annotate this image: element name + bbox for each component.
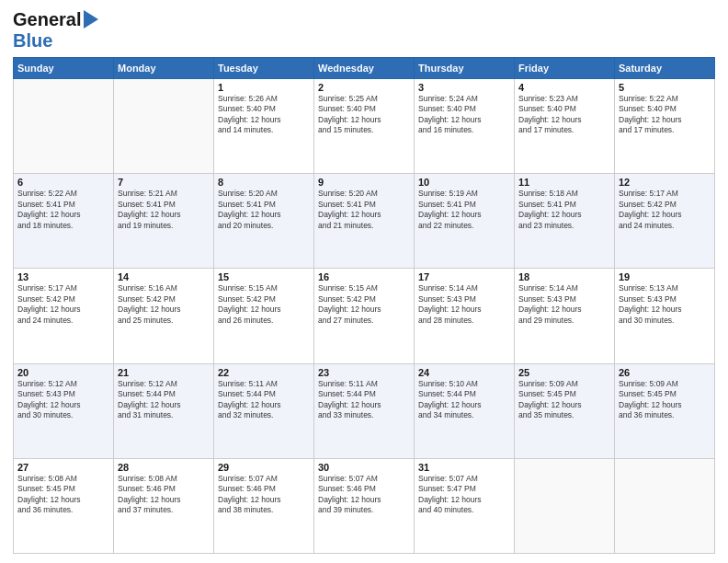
column-header-wednesday: Wednesday — [314, 58, 415, 79]
day-info: Sunrise: 5:14 AMSunset: 5:43 PMDaylight:… — [418, 283, 510, 326]
day-number: 11 — [518, 177, 610, 188]
calendar-cell: 7Sunrise: 5:21 AMSunset: 5:41 PMDaylight… — [114, 174, 214, 269]
day-number: 8 — [218, 177, 310, 188]
calendar-cell: 28Sunrise: 5:08 AMSunset: 5:46 PMDayligh… — [114, 458, 214, 553]
calendar-header-row: SundayMondayTuesdayWednesdayThursdayFrid… — [14, 58, 715, 79]
column-header-sunday: Sunday — [14, 58, 114, 79]
calendar-table: SundayMondayTuesdayWednesdayThursdayFrid… — [13, 57, 715, 554]
day-number: 13 — [17, 271, 109, 282]
calendar-cell — [615, 458, 715, 553]
calendar-cell: 25Sunrise: 5:09 AMSunset: 5:45 PMDayligh… — [515, 363, 615, 458]
day-info: Sunrise: 5:25 AMSunset: 5:40 PMDaylight:… — [318, 94, 410, 136]
calendar-cell: 5Sunrise: 5:22 AMSunset: 5:40 PMDaylight… — [615, 79, 715, 174]
day-number: 2 — [318, 82, 410, 93]
calendar-cell: 30Sunrise: 5:07 AMSunset: 5:46 PMDayligh… — [314, 458, 415, 553]
calendar-cell: 19Sunrise: 5:13 AMSunset: 5:43 PMDayligh… — [615, 269, 715, 363]
calendar-cell: 21Sunrise: 5:12 AMSunset: 5:44 PMDayligh… — [114, 363, 214, 458]
day-number: 20 — [17, 367, 109, 378]
day-number: 12 — [619, 177, 711, 188]
calendar-week-row: 13Sunrise: 5:17 AMSunset: 5:42 PMDayligh… — [14, 269, 715, 363]
day-number: 15 — [218, 271, 310, 282]
day-info: Sunrise: 5:20 AMSunset: 5:41 PMDaylight:… — [318, 189, 410, 231]
day-number: 23 — [318, 367, 410, 378]
day-number: 18 — [518, 271, 610, 282]
calendar-cell — [114, 79, 214, 174]
day-number: 24 — [418, 367, 510, 378]
day-info: Sunrise: 5:09 AMSunset: 5:45 PMDaylight:… — [518, 379, 610, 421]
calendar-cell: 4Sunrise: 5:23 AMSunset: 5:40 PMDaylight… — [515, 79, 615, 174]
calendar-cell: 22Sunrise: 5:11 AMSunset: 5:44 PMDayligh… — [214, 363, 314, 458]
day-number: 5 — [619, 82, 711, 93]
column-header-monday: Monday — [114, 58, 214, 79]
day-info: Sunrise: 5:17 AMSunset: 5:42 PMDaylight:… — [619, 189, 711, 231]
calendar-week-row: 27Sunrise: 5:08 AMSunset: 5:45 PMDayligh… — [14, 458, 715, 553]
day-info: Sunrise: 5:26 AMSunset: 5:40 PMDaylight:… — [218, 94, 310, 136]
calendar-cell: 17Sunrise: 5:14 AMSunset: 5:43 PMDayligh… — [415, 269, 515, 363]
logo-text: General — [13, 9, 81, 30]
day-number: 25 — [518, 367, 610, 378]
calendar-cell: 6Sunrise: 5:22 AMSunset: 5:41 PMDaylight… — [14, 174, 114, 269]
day-number: 19 — [619, 271, 711, 282]
calendar-cell: 31Sunrise: 5:07 AMSunset: 5:47 PMDayligh… — [415, 458, 515, 553]
column-header-saturday: Saturday — [615, 58, 715, 79]
calendar-cell: 15Sunrise: 5:15 AMSunset: 5:42 PMDayligh… — [214, 269, 314, 363]
day-number: 4 — [518, 82, 610, 93]
day-number: 27 — [17, 462, 109, 473]
column-header-tuesday: Tuesday — [214, 58, 314, 79]
logo-arrow-icon — [84, 10, 98, 29]
day-info: Sunrise: 5:12 AMSunset: 5:44 PMDaylight:… — [118, 379, 210, 421]
day-number: 30 — [318, 462, 410, 473]
day-number: 9 — [318, 177, 410, 188]
calendar-cell: 23Sunrise: 5:11 AMSunset: 5:44 PMDayligh… — [314, 363, 415, 458]
calendar-cell: 3Sunrise: 5:24 AMSunset: 5:40 PMDaylight… — [415, 79, 515, 174]
day-info: Sunrise: 5:08 AMSunset: 5:45 PMDaylight:… — [17, 474, 109, 516]
day-info: Sunrise: 5:09 AMSunset: 5:45 PMDaylight:… — [619, 379, 711, 421]
calendar-cell: 26Sunrise: 5:09 AMSunset: 5:45 PMDayligh… — [615, 363, 715, 458]
day-info: Sunrise: 5:20 AMSunset: 5:41 PMDaylight:… — [218, 189, 310, 231]
day-info: Sunrise: 5:18 AMSunset: 5:41 PMDaylight:… — [518, 189, 610, 231]
day-number: 14 — [118, 271, 210, 282]
calendar-cell: 2Sunrise: 5:25 AMSunset: 5:40 PMDaylight… — [314, 79, 415, 174]
day-info: Sunrise: 5:23 AMSunset: 5:40 PMDaylight:… — [518, 94, 610, 136]
day-info: Sunrise: 5:10 AMSunset: 5:44 PMDaylight:… — [418, 379, 510, 421]
calendar-cell: 13Sunrise: 5:17 AMSunset: 5:42 PMDayligh… — [14, 269, 114, 363]
calendar-cell: 20Sunrise: 5:12 AMSunset: 5:43 PMDayligh… — [14, 363, 114, 458]
day-number: 7 — [118, 177, 210, 188]
calendar-cell: 1Sunrise: 5:26 AMSunset: 5:40 PMDaylight… — [214, 79, 314, 174]
day-number: 28 — [118, 462, 210, 473]
day-number: 26 — [619, 367, 711, 378]
day-info: Sunrise: 5:11 AMSunset: 5:44 PMDaylight:… — [318, 379, 410, 421]
day-info: Sunrise: 5:08 AMSunset: 5:46 PMDaylight:… — [118, 474, 210, 516]
day-number: 3 — [418, 82, 510, 93]
day-info: Sunrise: 5:15 AMSunset: 5:42 PMDaylight:… — [318, 283, 410, 326]
calendar-cell — [14, 79, 114, 174]
day-number: 1 — [218, 82, 310, 93]
column-header-thursday: Thursday — [415, 58, 515, 79]
calendar-cell: 8Sunrise: 5:20 AMSunset: 5:41 PMDaylight… — [214, 174, 314, 269]
day-number: 17 — [418, 271, 510, 282]
calendar-cell: 16Sunrise: 5:15 AMSunset: 5:42 PMDayligh… — [314, 269, 415, 363]
day-number: 16 — [318, 271, 410, 282]
calendar-cell: 10Sunrise: 5:19 AMSunset: 5:41 PMDayligh… — [415, 174, 515, 269]
day-info: Sunrise: 5:11 AMSunset: 5:44 PMDaylight:… — [218, 379, 310, 421]
day-info: Sunrise: 5:22 AMSunset: 5:41 PMDaylight:… — [17, 189, 109, 231]
calendar-week-row: 20Sunrise: 5:12 AMSunset: 5:43 PMDayligh… — [14, 363, 715, 458]
day-info: Sunrise: 5:07 AMSunset: 5:47 PMDaylight:… — [418, 474, 510, 516]
day-info: Sunrise: 5:22 AMSunset: 5:40 PMDaylight:… — [619, 94, 711, 136]
day-number: 31 — [418, 462, 510, 473]
day-number: 21 — [118, 367, 210, 378]
calendar-cell: 18Sunrise: 5:14 AMSunset: 5:43 PMDayligh… — [515, 269, 615, 363]
day-info: Sunrise: 5:16 AMSunset: 5:42 PMDaylight:… — [118, 283, 210, 326]
day-info: Sunrise: 5:14 AMSunset: 5:43 PMDaylight:… — [518, 283, 610, 326]
calendar-cell: 11Sunrise: 5:18 AMSunset: 5:41 PMDayligh… — [515, 174, 615, 269]
calendar-cell: 12Sunrise: 5:17 AMSunset: 5:42 PMDayligh… — [615, 174, 715, 269]
day-number: 6 — [17, 177, 109, 188]
day-info: Sunrise: 5:24 AMSunset: 5:40 PMDaylight:… — [418, 94, 510, 136]
logo: General Blue — [13, 9, 98, 52]
day-info: Sunrise: 5:17 AMSunset: 5:42 PMDaylight:… — [17, 283, 109, 326]
calendar-week-row: 6Sunrise: 5:22 AMSunset: 5:41 PMDaylight… — [14, 174, 715, 269]
page: General Blue SundayMondayTuesdayWednesda… — [0, 0, 728, 563]
header: General Blue — [13, 9, 715, 52]
calendar-week-row: 1Sunrise: 5:26 AMSunset: 5:40 PMDaylight… — [14, 79, 715, 174]
day-info: Sunrise: 5:19 AMSunset: 5:41 PMDaylight:… — [418, 189, 510, 231]
